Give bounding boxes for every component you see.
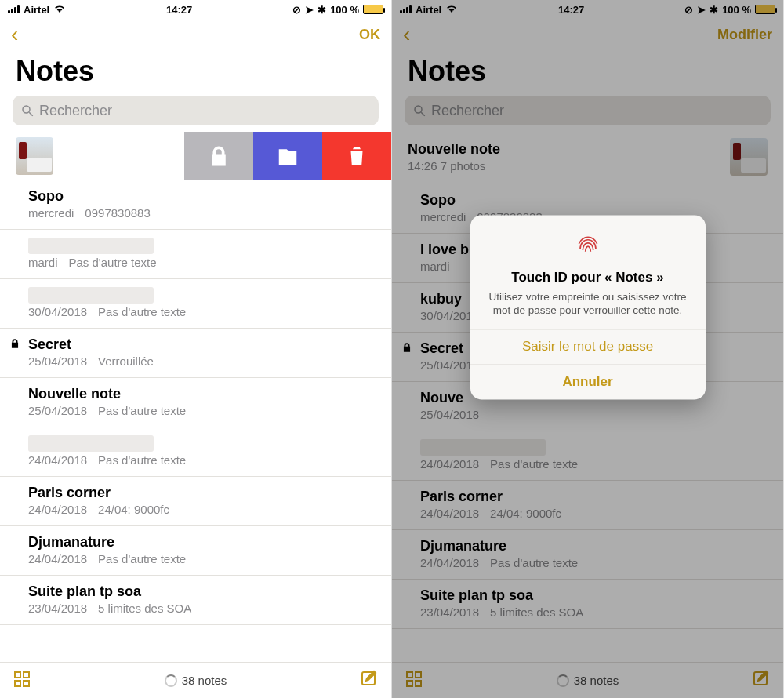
note-row[interactable]: 24/04/2018Pas d'autre texte [392,431,783,481]
nav-bar: ‹ Modifier [392,17,783,52]
note-preview: Pas d'autre texte [490,457,578,471]
back-button[interactable]: ‹ [403,24,410,45]
note-date: 24/04/2018 [420,457,479,471]
folders-button[interactable] [405,670,423,691]
svg-rect-12 [416,681,421,686]
note-row[interactable]: Nouvelle note25/04/2018Pas d'autre texte [0,378,391,427]
note-date: 30/04/2018 [28,305,87,318]
note-row[interactable]: I lmardiPas d'autre texte [0,230,391,279]
battery-icon [755,5,775,14]
status-time: 14:27 [66,4,292,16]
compose-button[interactable] [360,670,379,691]
note-date: 24/04/2018 [420,556,479,569]
note-row[interactable]: Sopomercredi0997830883 [0,180,391,230]
dialog-message: Utilisez votre empreinte ou saisissez vo… [485,290,691,318]
note-row[interactable]: A24/04/2018Pas d'autre texte [0,427,391,477]
note-title: Paris corner [420,489,768,505]
note-title: I l [28,238,154,254]
swipe-lock-button[interactable] [184,132,253,180]
lock-icon [401,342,412,353]
signal-icon [8,5,20,13]
carrier-label: Airtel [24,4,49,16]
orientation-lock-icon: ⊘ [684,4,693,16]
folders-button[interactable] [13,670,31,691]
note-preview: 24/04: 9000fc [98,503,169,516]
note-meta: 24/04/201824/04: 9000fc [420,507,768,520]
note-preview: Verrouillée [98,354,154,368]
touchid-dialog: Touch ID pour « Notes » Utilisez votre e… [470,215,706,399]
dialog-cancel-button[interactable]: Annuler [470,364,706,399]
svg-rect-10 [416,672,421,678]
note-row[interactable]: Suite plan tp soa23/04/20185 limites des… [0,576,391,625]
note-meta: mardiPas d'autre texte [28,256,376,269]
svg-rect-3 [24,672,29,678]
dialog-enter-password-button[interactable]: Saisir le mot de passe [470,329,706,364]
note-row[interactable]: ku30/04/2018Pas d'autre texte [0,279,391,329]
dialog-title: Touch ID pour « Notes » [485,270,691,285]
note-row[interactable]: Djumanature24/04/2018Pas d'autre texte [0,526,391,576]
note-title: Suite plan tp soa [420,587,768,604]
note-preview: 5 limites des SOA [490,605,583,619]
nav-bar: ‹ OK [0,17,391,52]
svg-rect-5 [24,681,29,686]
note-row[interactable]: Djumanature24/04/2018Pas d'autre texte [392,530,783,580]
svg-point-0 [23,106,30,113]
search-input[interactable]: Rechercher [13,96,379,125]
nav-edit-button[interactable]: Modifier [717,27,772,43]
swipe-delete-button[interactable] [322,132,391,180]
note-date: 24/04/2018 [420,507,479,520]
note-date: 23/04/2018 [420,605,479,619]
note-title: Nouvelle note [408,141,500,158]
note-date: mardi [420,260,450,273]
note-meta: mercredi0997830883 [28,206,376,220]
signal-icon [400,5,412,13]
note-title: Djumanature [28,534,376,551]
battery-icon [363,5,383,14]
orientation-lock-icon: ⊘ [292,4,301,16]
note-row[interactable]: Suite plan tp soa23/04/20185 limites des… [392,580,783,629]
note-meta: 25/04/2018 [420,408,768,421]
status-time: 14:27 [458,4,684,16]
note-date: 24/04/2018 [28,453,87,467]
note-date: 25/04/2018 [28,404,87,417]
note-row[interactable]: Paris corner24/04/201824/04: 9000fc [0,477,391,526]
note-preview: Pas d'autre texte [98,552,186,565]
search-placeholder: Rechercher [39,103,112,119]
swiped-note-row[interactable] [0,132,391,180]
fingerprint-icon [485,229,691,264]
note-row[interactable]: Paris corner24/04/201824/04: 9000fc [392,481,783,530]
note-date: 24/04/2018 [28,552,87,565]
note-meta: 25/04/2018Verrouillée [28,354,376,368]
search-icon [412,104,426,118]
note-title: A [28,435,154,452]
battery-pct: 100 % [330,4,359,16]
note-date: mardi [28,256,58,269]
note-preview: Pas d'autre texte [98,453,186,467]
note-date: mercredi [28,206,74,220]
nav-ok-button[interactable]: OK [359,27,380,43]
note-date: mercredi [420,210,466,224]
note-row[interactable]: Nouvelle note 14:26 7 photos [392,132,783,184]
bluetooth-icon: ✱ [318,4,326,16]
search-placeholder: Rechercher [431,103,504,119]
notes-list[interactable]: Sopomercredi0997830883I lmardiPas d'autr… [0,180,391,662]
note-meta: 30/04/2018Pas d'autre texte [28,305,376,318]
back-button[interactable]: ‹ [11,24,18,45]
note-title: Djumanature [420,538,768,554]
note-meta: 24/04/2018Pas d'autre texte [28,552,376,565]
note-preview: Pas d'autre texte [98,404,186,417]
carrier-label: Airtel [416,4,441,16]
note-title: Nouvelle note [28,386,376,402]
bottom-toolbar: 38 notes [0,662,391,698]
note-row[interactable]: Secret25/04/2018Verrouillée [0,329,391,378]
search-icon [20,104,34,118]
swipe-move-button[interactable] [253,132,322,180]
lock-icon [9,338,20,349]
svg-rect-4 [15,681,20,686]
compose-button[interactable] [752,670,771,691]
page-title: Notes [0,52,391,96]
note-date: 25/04/2018 [420,408,479,421]
search-input[interactable]: Rechercher [405,96,771,125]
note-meta: 24/04/2018Pas d'autre texte [420,556,768,569]
wifi-icon [445,4,458,16]
